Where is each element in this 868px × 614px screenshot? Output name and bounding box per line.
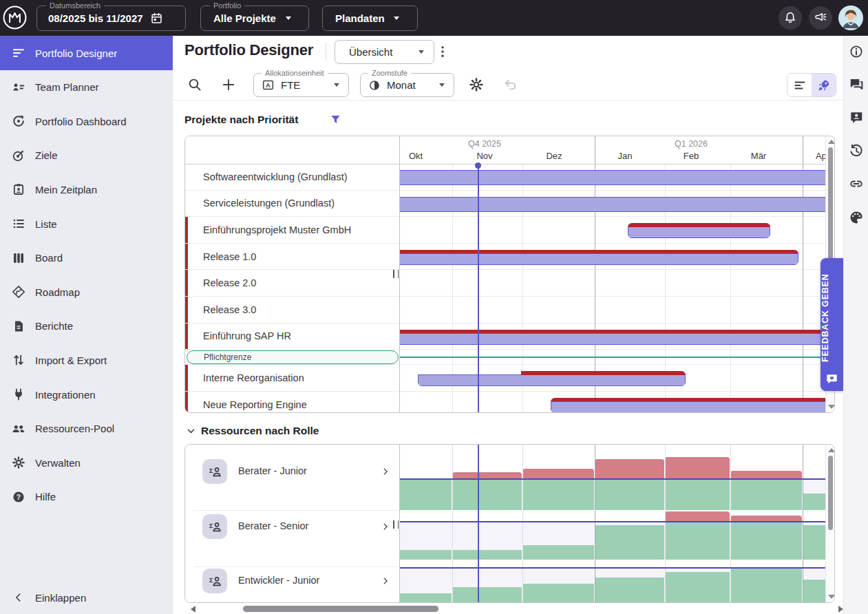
role-name[interactable]: Berater - Junior [238,465,307,476]
sidebar-item-verwalten[interactable]: Verwalten [0,445,173,480]
gantt-bar-overload-strip [400,250,798,254]
info-icon[interactable] [849,44,864,59]
announcements-button[interactable] [809,6,832,30]
project-risk-flag [185,270,188,296]
chevron-left-icon [12,591,25,604]
scroll-up-arrow[interactable] [828,140,835,144]
zoom-level-label: Zoomstufe [368,69,411,77]
schedule-icon [12,182,25,196]
project-row[interactable]: Einführungsprojekt Muster GmbH [185,217,400,244]
gridline [595,445,595,602]
link-icon[interactable] [849,176,864,191]
sidebar-item-import-export[interactable]: Import & Export [0,343,173,377]
gantt-chart-row [400,244,827,271]
role-name[interactable]: Berater - Senior [238,520,308,531]
contact-icon[interactable] [849,110,864,125]
collapse-section-chevron-icon[interactable] [186,426,196,436]
expand-role-chevron-icon[interactable] [381,467,390,476]
overload-bar [665,511,730,521]
project-row[interactable]: Release 1.0 [185,244,400,271]
project-row[interactable]: Release 2.0 [185,270,400,297]
projects-gantt-panel: Softwareentwicklung (Grundlast)Servicele… [184,136,835,413]
project-row[interactable]: Interne Reorganisation [185,365,400,392]
scroll-down-arrow[interactable] [828,405,835,409]
project-row[interactable]: Serviceleistungen (Grundlast) [185,191,400,218]
priority-list-view-button[interactable] [787,74,812,96]
scroll-left-arrow[interactable] [191,606,195,613]
date-range-field[interactable]: Datumsbereich 08/2025 bis 11/2027 [36,6,186,31]
scroll-up-arrow[interactable] [828,448,835,452]
right-rail [843,36,868,614]
gantt-bar[interactable] [628,223,770,238]
notifications-button[interactable] [779,6,802,30]
kebab-menu-icon[interactable] [435,44,450,59]
project-name: Interne Reorganisation [203,372,304,383]
project-row[interactable]: Release 3.0 [185,297,400,324]
sidebar-item-mein-zeitplan[interactable]: Mein Zeitplan [0,172,173,207]
scroll-down-arrow[interactable] [828,595,835,599]
sidebar-item-portfolio-dashboard[interactable]: Portfolio Dashboard [0,104,173,138]
gantt-bar-fill [400,333,827,345]
sidebar-item-integrationen[interactable]: Integrationen [0,377,173,412]
scenario-select[interactable]: Plandaten [322,6,418,31]
resources-vscroll-thumb[interactable] [828,456,833,530]
meisterplan-logo[interactable] [2,5,28,30]
gantt-column-resize-handle[interactable] [393,270,399,278]
overload-bar [595,459,664,478]
rocket-icon [817,78,831,92]
filter-funnel-icon[interactable] [330,114,341,125]
avatar[interactable] [838,6,863,30]
gantt-bar-overload-strip [400,330,827,334]
sidebar-item-board[interactable]: Board [0,241,173,275]
sidebar-item-roadmap[interactable]: Roadmap [0,275,173,309]
resources-column-resize-handle[interactable] [393,520,399,529]
rocket-view-button[interactable] [812,74,836,96]
portfolio-select[interactable]: Portfolio Alle Projekte [200,6,309,31]
expand-role-chevron-icon[interactable] [381,522,390,531]
gantt-chart-row [400,164,827,191]
app-root: Datumsbereich 08/2025 bis 11/2027 Portfo… [0,0,868,614]
forum-icon[interactable] [849,77,864,92]
search-icon[interactable] [187,77,202,92]
project-row[interactable]: Neue Reporting Engine [185,392,400,413]
scroll-right-arrow[interactable] [838,606,843,613]
sidebar-item-ressourcen-pool[interactable]: Ressourcen-Pool [0,412,173,446]
history-icon[interactable] [849,143,864,158]
sidebar-item-team-planner[interactable]: Team Planner [0,70,173,105]
mandatory-boundary-pill[interactable]: Pflichtgrenze [187,350,399,364]
view-select[interactable]: Übersicht [335,40,434,64]
sidebar: Portfolio DesignerTeam PlannerPortfolio … [0,36,173,614]
sidebar-item-ziele[interactable]: Ziele [0,138,173,173]
hscroll-thumb[interactable] [243,606,438,612]
project-row[interactable]: Einführung SAP HR [185,324,400,350]
add-icon[interactable] [221,77,236,92]
gantt-bar[interactable] [400,330,827,345]
role-name[interactable]: Entwickler - Junior [238,575,319,586]
sidebar-item-label: Portfolio Dashboard [35,116,127,127]
undo-icon[interactable] [502,77,518,92]
palette-icon[interactable] [849,210,864,225]
project-row[interactable]: Softwareentwicklung (Grundlast) [185,164,400,191]
expand-role-chevron-icon[interactable] [381,576,390,586]
sidebar-item-berichte[interactable]: Berichte [0,309,173,343]
sidebar-item-portfolio-designer[interactable]: Portfolio Designer [0,36,173,70]
mandatory-boundary-row[interactable]: Pflichtgrenze [185,350,400,365]
gantt-bar[interactable] [551,398,827,412]
zoom-level-select[interactable]: Zoomstufe Monat [360,73,454,97]
gantt-bar[interactable] [400,170,827,185]
allocation-bar [595,478,664,510]
sidebar-item-liste[interactable]: Liste [0,207,173,241]
allocation-unit-select[interactable]: Allokationseinheit A FTE [253,73,349,97]
gantt-bar[interactable] [400,250,798,265]
feedback-button[interactable]: FEEDBACK GEBEN [821,258,843,391]
sidebar-item-label: Board [35,252,63,264]
caret-down-icon [334,83,339,87]
collapse-sidebar-button[interactable]: Einklappen [0,586,173,608]
sidebar-item-hilfe[interactable]: ?Hilfe [0,480,173,514]
gantt-bar[interactable] [400,197,827,212]
resources-vertical-scrollbar[interactable] [825,445,834,602]
gantt-chart-area: Q4 2025Q1 2026OktNovDezJanFebMärApr [400,136,827,412]
settings-gear-icon[interactable] [469,77,484,92]
gantt-bar[interactable] [418,371,686,386]
list-icon [12,217,25,231]
